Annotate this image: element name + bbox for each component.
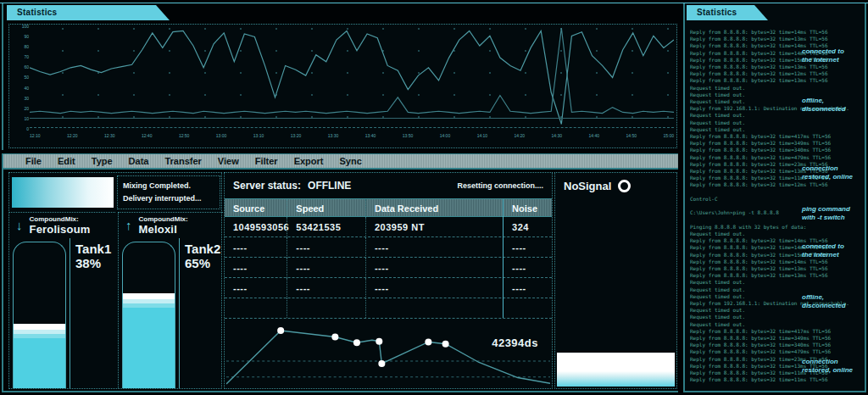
terminal-line: Reply from 8.8.8.8: bytes=32 time=13ms T…: [690, 64, 863, 70]
mix-status-line2: Delivery interrupted...: [123, 192, 214, 205]
handwritten-annotation: connected to the internet: [802, 242, 863, 259]
data-point-dot: [425, 339, 431, 346]
series-signal-main: [30, 31, 674, 124]
terminal-line: Control-C: [690, 196, 863, 203]
terminal-line: [690, 189, 863, 196]
terminal-line: Request timed out.: [690, 314, 863, 320]
menu-item-sync[interactable]: Sync: [339, 156, 361, 166]
signal-chart-plot: [30, 28, 674, 128]
handwritten-annotation: ping command with -t switch: [802, 205, 863, 222]
terminal-panel: Reply from 8.8.8.8: bytes=32 time=14ms T…: [683, 3, 866, 392]
terminal-line: Reply from 8.8.8.8: bytes=32 time=13ms T…: [690, 272, 863, 279]
menu-item-file[interactable]: File: [25, 156, 42, 166]
nosignal-panel: NoSignal: [554, 172, 677, 389]
handwritten-annotation: offline, disconnected: [802, 97, 863, 114]
compound-box-meloxil: ↑ CompoundMix: Meloxil: [118, 212, 223, 237]
tank2-vessel: [122, 242, 175, 388]
data-point-dot: [378, 360, 385, 367]
terminal-line: Reply from 8.8.8.8: bytes=32 time=12ms T…: [690, 181, 863, 188]
tank1-fill-level: [13, 324, 66, 388]
data-point-dot: [353, 339, 360, 346]
tab-statistics-right-label: Statistics: [697, 8, 737, 17]
table-row[interactable]: ----------------: [225, 278, 552, 298]
tab-statistics-right[interactable]: Statistics: [687, 5, 768, 20]
tank1-vessel: [13, 242, 66, 388]
signal-chart-box: 1009080706050403020100 12:1012:2012:3012…: [8, 24, 677, 148]
terminal-line: Reply from 8.8.8.8: bytes=32 time=11ms T…: [690, 376, 863, 383]
server-status-value: OFFLINE: [308, 180, 351, 192]
mixer-panel: Mixing Completed. Delivery interrupted..…: [8, 172, 222, 389]
terminal-line: Reply from 8.8.8.8: bytes=32 time=417ms …: [690, 133, 863, 140]
dashboard-screen: Statistics 1009080706050403020100 12:101…: [0, 0, 868, 395]
terminal-line: Request timed out.: [690, 279, 863, 286]
table-row[interactable]: 104959305653421535203959 NT324: [225, 217, 552, 237]
transfer-rate-label: 42394ds: [492, 337, 538, 349]
compound-name: Meloxil: [139, 223, 188, 236]
tab-statistics-left-label: Statistics: [17, 8, 57, 17]
menu-item-filter[interactable]: Filter: [255, 156, 278, 166]
menu-item-data[interactable]: Data: [129, 156, 149, 166]
table-row[interactable]: [225, 298, 552, 319]
menu-item-type[interactable]: Type: [92, 156, 113, 166]
menu-item-transfer[interactable]: Transfer: [164, 156, 201, 166]
nosignal-level-gradient: [557, 353, 675, 387]
tab-statistics-left[interactable]: Statistics: [7, 5, 170, 20]
compound-label: CompoundMix:: [139, 215, 188, 223]
menu-bar: FileEditTypeDataTransferViewFilterExport…: [2, 153, 678, 170]
signal-chart-xaxis: 12:1012:2012:3012:4012:5013:0013:1013:20…: [30, 133, 674, 138]
terminal-line: Request timed out.: [690, 120, 863, 126]
terminal-output[interactable]: Reply from 8.8.8.8: bytes=32 time=14ms T…: [690, 29, 863, 387]
tank2-fill-level: [122, 293, 175, 388]
transfer-mini-chart-line: [226, 323, 550, 387]
menu-item-view[interactable]: View: [218, 156, 239, 166]
terminal-line: Reply from 8.8.8.8: bytes=32 time=13ms T…: [690, 77, 863, 84]
tank2-zone: Tank2 65%: [118, 238, 223, 388]
server-panel: Server status: OFFLINE Resetting connect…: [224, 172, 553, 389]
tank2-percent: 65%: [185, 256, 220, 270]
transfer-mini-chart: 42394ds: [226, 323, 550, 387]
terminal-line: Reply from 8.8.8.8: bytes=32 time=479ms …: [690, 348, 863, 355]
signal-chart-lines: [30, 28, 674, 127]
server-status-label: Server status:: [233, 180, 301, 192]
terminal-line: Reply from 8.8.8.8: bytes=32 time=13ms T…: [690, 36, 863, 42]
data-point-dot: [376, 338, 382, 345]
signal-chart-yaxis: 1009080706050403020100: [12, 25, 29, 131]
server-status-header: Server status: OFFLINE Resetting connect…: [225, 173, 552, 198]
handwritten-annotation: connection restored, online: [802, 358, 863, 375]
tank2-name: Tank2: [185, 242, 220, 256]
statistics-chart-panel: Statistics 1009080706050403020100 12:101…: [2, 3, 678, 150]
tank1-percent: 38%: [75, 256, 111, 270]
terminal-line: Reply from 8.8.8.8: bytes=32 time=479ms …: [690, 154, 863, 161]
handwritten-annotation: connected to the internet: [802, 47, 863, 64]
bottom-zone: Mixing Completed. Delivery interrupted..…: [2, 170, 678, 392]
terminal-line: Reply from 8.8.8.8: bytes=32 time=13ms T…: [690, 265, 863, 272]
terminal-line: Request timed out.: [690, 85, 863, 92]
data-point-dot: [277, 327, 284, 334]
compound-name: Ferolisoum: [30, 223, 91, 236]
data-point-dot: [442, 341, 449, 348]
mix-status-box: Mixing Completed. Delivery interrupted..…: [117, 175, 220, 209]
terminal-line: Request timed out.: [690, 126, 863, 133]
terminal-line: Reply from 8.8.8.8: bytes=32 time=417ms …: [690, 328, 863, 335]
server-status-message: Resetting connection....: [457, 181, 543, 190]
terminal-line: Reply from 8.8.8.8: bytes=32 time=12ms T…: [690, 70, 863, 77]
signal-indicator-icon: [618, 180, 631, 192]
transfer-table: SourceSpeedData ReceivedNoise10495930565…: [225, 198, 552, 319]
nosignal-label: NoSignal: [564, 180, 611, 192]
table-row[interactable]: ----------------: [225, 258, 552, 278]
terminal-line: Pinging 8.8.8.8 with 32 bytes of data:: [690, 224, 863, 231]
menu-item-edit[interactable]: Edit: [58, 156, 75, 166]
handwritten-annotation: connection restored, online: [802, 164, 863, 181]
terminal-line: Reply from 8.8.8.8: bytes=32 time=340ms …: [690, 147, 863, 153]
mix-status-line1: Mixing Completed.: [123, 180, 214, 192]
arrow-up-icon: ↑: [125, 219, 132, 231]
compound-box-ferolisoum: ↓ CompoundMix: Ferolisoum: [9, 212, 115, 237]
data-point-dot: [331, 334, 338, 341]
terminal-line: Reply from 8.8.8.8: bytes=32 time=349ms …: [690, 335, 863, 342]
table-row[interactable]: ----------------: [225, 237, 552, 258]
terminal-line: Request timed out.: [690, 321, 863, 328]
table-header-row: SourceSpeedData ReceivedNoise: [225, 198, 552, 217]
terminal-line: Reply from 8.8.8.8: bytes=32 time=349ms …: [690, 140, 863, 147]
compound-label: CompoundMix:: [30, 215, 91, 223]
menu-item-export[interactable]: Export: [294, 156, 324, 166]
